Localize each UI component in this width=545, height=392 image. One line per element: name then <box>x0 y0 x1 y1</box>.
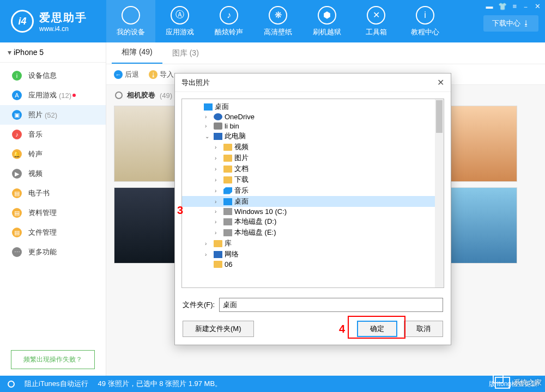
close-icon[interactable]: ✕ <box>535 2 541 12</box>
tree-folder-icon <box>214 261 222 268</box>
device-selector[interactable]: iPhone 5 <box>0 42 106 63</box>
nav-icon: ♪ <box>220 6 238 24</box>
skin-icon[interactable]: 👕 <box>498 2 507 12</box>
tree-arrow-icon: › <box>215 219 221 225</box>
tree-node[interactable]: ›本地磁盘 (D:) <box>182 216 444 227</box>
sidebar-label: 应用游戏 <box>28 90 57 100</box>
download-center-button[interactable]: 下载中心 ⭳ <box>483 15 538 32</box>
sidebar-icon: ▤ <box>12 188 22 198</box>
sidebar-menu: i设备信息A应用游戏(12)▣照片(52)♪音乐🔔铃声▶视频▤电子书▤资料管理▤… <box>0 63 106 344</box>
import-button[interactable]: ⭳ 导入 <box>149 70 174 79</box>
dialog-close-button[interactable]: ✕ <box>437 77 444 88</box>
tree-node[interactable]: ›网络 <box>182 249 444 260</box>
annotation-3: 3 <box>177 204 183 217</box>
ok-button[interactable]: 确定 <box>357 321 397 337</box>
tree-node[interactable]: ›li bin <box>182 121 444 131</box>
tree-arrow-icon: › <box>215 199 221 205</box>
tree-music-icon <box>223 187 232 194</box>
tree-folder-icon <box>223 166 232 173</box>
tab-0[interactable]: 相簿 (49) <box>112 42 162 64</box>
photo-thumb[interactable] <box>441 187 517 264</box>
tree-label: 音乐 <box>234 186 249 195</box>
window-controls: ▬ 👕 ≡ － ✕ <box>486 2 541 12</box>
tree-node[interactable]: 06 <box>182 260 444 269</box>
tree-drive-icon <box>223 208 232 215</box>
sidebar-item-5[interactable]: ▶视频 <box>0 164 106 183</box>
nav-item-6[interactable]: i教程中心 <box>401 0 450 42</box>
annotation-4: 4 <box>339 323 345 335</box>
sidebar-item-0[interactable]: i设备信息 <box>0 66 106 85</box>
nav-icon: ✕ <box>367 6 385 24</box>
sidebar-label: 铃声 <box>28 149 43 159</box>
nav-item-4[interactable]: ⬢刷机越狱 <box>302 0 352 42</box>
tree-node[interactable]: ›桌面 <box>182 196 444 207</box>
nav-item-3[interactable]: ❋高清壁纸 <box>253 0 302 42</box>
sidebar-item-3[interactable]: ♪音乐 <box>0 125 106 144</box>
nav-label: 应用游戏 <box>166 27 194 37</box>
tree-node[interactable]: ›Windows 10 (C:) <box>182 207 444 216</box>
tree-arrow-icon: › <box>215 188 221 194</box>
status-selection: 49 张照片，已选中 8 张照片 1.97 MB。 <box>98 379 222 389</box>
tree-arrow-icon: › <box>215 177 221 183</box>
tree-node[interactable]: 桌面 <box>182 101 444 112</box>
nav-item-5[interactable]: ✕工具箱 <box>352 0 401 42</box>
logo-mark: i4 <box>11 10 34 33</box>
section-count: (49) <box>160 91 172 100</box>
tree-node[interactable]: ›图片 <box>182 152 444 163</box>
sidebar-label: 视频 <box>28 169 43 179</box>
tree-arrow-icon: ⌄ <box>205 133 211 139</box>
sidebar-item-2[interactable]: ▣照片(52) <box>0 105 106 125</box>
sidebar-item-1[interactable]: A应用游戏(12) <box>0 85 106 105</box>
folder-tree[interactable]: 桌面›OneDrive›li bin⌄此电脑›视频›图片›文档›下载›音乐›桌面… <box>181 99 444 288</box>
sidebar-item-8[interactable]: ▤文件管理 <box>0 223 106 242</box>
tree-node[interactable]: ›视频 <box>182 142 444 152</box>
tree-arrow-icon: › <box>215 144 221 150</box>
sidebar-label: 文件管理 <box>28 228 57 237</box>
tree-node[interactable]: ›OneDrive <box>182 112 444 121</box>
tree-folder-icon <box>223 144 232 151</box>
itunes-toggle[interactable] <box>8 381 15 388</box>
tree-arrow-icon: › <box>205 241 211 247</box>
tabs: 相簿 (49)图库 (3) <box>106 42 545 64</box>
tree-node[interactable]: ›音乐 <box>182 185 444 196</box>
tree-label: li bin <box>225 122 239 130</box>
folder-input[interactable] <box>219 298 443 312</box>
menu-icon[interactable]: ≡ <box>512 2 517 12</box>
nav-item-2[interactable]: ♪酷炫铃声 <box>204 0 253 42</box>
tab-1[interactable]: 图库 (3) <box>162 43 209 64</box>
sidebar-icon: ♪ <box>12 130 22 139</box>
faq-link[interactable]: 频繁出现操作失败？ <box>11 350 95 369</box>
sidebar-item-6[interactable]: ▤电子书 <box>0 183 106 203</box>
nav-item-0[interactable]: 我的设备 <box>106 0 155 42</box>
tree-node[interactable]: ›本地磁盘 (E:) <box>182 227 444 238</box>
sidebar-item-4[interactable]: 🔔铃声 <box>0 144 106 164</box>
nav-label: 刷机越狱 <box>313 27 341 37</box>
minimize-icon[interactable]: － <box>522 2 529 12</box>
sidebar-label: 更多功能 <box>28 247 57 257</box>
brand-url: www.i4.cn <box>39 25 87 33</box>
sidebar-item-9[interactable]: ⋯更多功能 <box>0 242 106 262</box>
dialog-titlebar: 导出照片 ✕ <box>175 74 451 92</box>
brand-name: 爱思助手 <box>39 10 87 25</box>
sidebar-item-7[interactable]: ▤资料管理 <box>0 203 106 223</box>
photo-thumb[interactable] <box>441 106 517 182</box>
nav-item-1[interactable]: Ⓐ应用游戏 <box>155 0 204 42</box>
new-folder-button[interactable]: 新建文件夹(M) <box>183 321 254 337</box>
select-all-ring[interactable] <box>115 91 123 99</box>
main-nav: 我的设备Ⓐ应用游戏♪酷炫铃声❋高清壁纸⬢刷机越狱✕工具箱i教程中心 <box>106 0 450 42</box>
back-button[interactable]: ← 后退 <box>114 70 139 79</box>
feedback-icon[interactable]: ▬ <box>486 2 493 12</box>
nav-icon: ⬢ <box>318 6 336 24</box>
tree-folder-icon <box>223 176 232 183</box>
tree-node[interactable]: ›下载 <box>182 174 444 185</box>
nav-icon: Ⓐ <box>171 6 189 24</box>
tree-cloud-icon <box>214 113 222 120</box>
back-icon: ← <box>114 70 123 79</box>
tree-node[interactable]: ›库 <box>182 238 444 249</box>
nav-label: 工具箱 <box>366 27 387 37</box>
tree-scrollbar[interactable] <box>435 99 444 287</box>
cancel-button[interactable]: 取消 <box>404 321 443 337</box>
tree-node[interactable]: ›文档 <box>182 163 444 174</box>
tree-desktop-icon <box>223 198 232 205</box>
tree-node[interactable]: ⌄此电脑 <box>182 131 444 142</box>
